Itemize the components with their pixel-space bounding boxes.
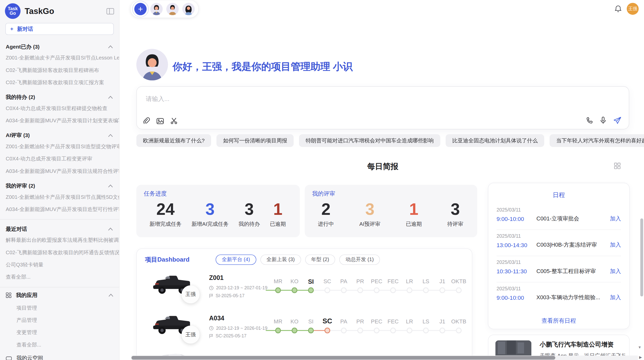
suggestion-chip[interactable]: 欧洲新规最近颁布了什么? (136, 134, 211, 147)
milestone-dot (440, 287, 445, 293)
suggestion-chip[interactable]: 特朗普可能对进口汽车增税会对中国车企造成哪些影响 (299, 134, 440, 147)
clock-icon (209, 326, 214, 330)
send-icon[interactable] (613, 117, 621, 125)
dashboard-title: 项目Dashboard (145, 256, 216, 264)
image-upload-icon[interactable] (156, 118, 164, 124)
section-my-review[interactable]: 我的评审 (2) (0, 177, 119, 191)
assistant-avatar (136, 49, 168, 80)
view-all-schedule-link[interactable]: 查看所有日程 (488, 317, 629, 325)
metric-value: 24 (150, 198, 182, 220)
milestone-dot (374, 328, 379, 334)
section-my-todo[interactable]: 我的待办 (2) (0, 89, 119, 102)
filter-model-year[interactable]: 年型 (2) (305, 254, 335, 265)
conversation-item[interactable]: A034-全新新能源MUV产品开发项目计划变更表编写 (0, 115, 119, 127)
suggestion-chip[interactable]: 比亚迪全固态电池计划具体说了什么 (446, 134, 544, 147)
section-ai-review[interactable]: AI评审 (3) (0, 127, 119, 140)
milestone-label: SI (303, 319, 319, 325)
chat-input[interactable] (145, 95, 598, 103)
milestone-label: LS (418, 278, 434, 284)
milestone-dot (374, 287, 379, 293)
avatar[interactable] (182, 3, 195, 15)
vertical-scrollbar-thumb[interactable] (640, 218, 643, 296)
filter-powertrain[interactable]: 动总开发 (1) (339, 254, 380, 265)
metric-value: 3 (239, 198, 260, 220)
schedule-item: 2025/03/11 9:00-10:00 C001-立项审批会 加入 (496, 207, 621, 222)
join-button[interactable]: 加入 (610, 242, 621, 249)
conversation-item[interactable]: A034-全新新能源MUV产品开发项目造型可行性评审 (0, 203, 119, 215)
cloud-icon (6, 355, 12, 360)
conversation-item[interactable]: C02-飞腾新能源轻客改款项目的闭环通告反馈情况 (0, 246, 119, 259)
filter-new-platform[interactable]: 全新平台 (4) (216, 254, 256, 265)
sidebar-item-project-mgmt[interactable]: 项目管理 (0, 302, 119, 314)
divider (496, 282, 621, 282)
suggestion-chip[interactable]: 如何写一份清晰的项目周报 (216, 134, 294, 147)
section-agent-done[interactable]: Agent已办 (3) (0, 38, 119, 52)
chevron-up-icon (108, 294, 113, 297)
app-title: TaskGo (25, 6, 102, 16)
schedule-card: 日程 2025/03/11 9:00-10:00 C001-立项审批会 加入 2… (488, 183, 630, 329)
milestone-dot-done (308, 287, 314, 293)
sidebar-item-change-mgmt[interactable]: 变更管理 (0, 326, 119, 339)
conversation-item[interactable]: C02-飞腾新能源轻客改款项目立项汇报方案 (0, 76, 119, 88)
phone-icon[interactable] (586, 117, 593, 124)
attachment-icon[interactable] (143, 117, 150, 124)
metric-in-progress: 2 进行中 (318, 198, 334, 228)
conversation-item[interactable]: Z001-全新燃油皮卡产品开发项目SI节点Lesson Learn报告 (0, 52, 119, 64)
conversation-item[interactable]: Z001-全新燃油轻卡产品开发项目SI造型提交物评审 (0, 140, 119, 153)
join-button[interactable]: 加入 (610, 268, 621, 275)
sidebar-item-cloud-space[interactable]: 我的云空间 (0, 351, 119, 360)
sidebar-item-my-apps[interactable]: 我的应用 (0, 288, 119, 302)
plus-icon: + (10, 26, 13, 32)
scroll-right-arrow-icon[interactable]: ▶ (639, 355, 642, 359)
project-dates: 2023-12-19 ~ 2027-01-19 (209, 285, 267, 290)
conversation-item[interactable]: 解释最新出台的欧盟报废车法规再生塑料比例被调至15%... (0, 234, 119, 246)
conversation-item[interactable]: A034-全新新能源MUV产品开发项目法规符合性评审 (0, 165, 119, 177)
view-all-conversations[interactable]: 查看全部... (0, 271, 119, 283)
milestone-label: FEC (385, 278, 401, 284)
layout-grid-icon[interactable] (614, 162, 621, 169)
logo-line2: Go (10, 11, 16, 16)
my-apps-label: 我的应用 (16, 292, 37, 299)
scissors-icon[interactable] (170, 117, 177, 124)
conversation-item[interactable]: Z001-全新燃油轻卡产品开发项目SI节点属性5D文件评审 (0, 191, 119, 203)
project-owner-badge: 王强 (182, 326, 200, 344)
notification-bell-icon[interactable] (614, 5, 622, 13)
chevron-up-icon (108, 134, 113, 137)
schedule-time: 10:30-11:30 (496, 268, 536, 275)
chevron-up-icon (108, 184, 113, 188)
conversation-item[interactable]: C0X4-动力总成开发项目SI里程碑提交物检查 (0, 102, 119, 114)
schedule-event-title: C005-整车工程目标评审 (536, 268, 610, 275)
conversation-item[interactable]: 公司Q3轻卡销量 (0, 259, 119, 271)
milestone-label-current: SC (319, 317, 336, 325)
project-row[interactable]: 王强 Z001 2023-12-19 ~ 2027-01-19 SI-2025-… (137, 268, 472, 309)
suggestion-chip[interactable]: 当下年轻人对汽车外观有怎样的喜好趋势 (550, 134, 644, 147)
milestone-dot (456, 287, 462, 293)
new-chat-button[interactable]: + 新对话 (5, 23, 114, 35)
milestone-track: MR KO SI SC PA PR PEC FEC LR LS J1 OKTB (270, 278, 467, 303)
add-session-button[interactable]: + (134, 3, 147, 15)
join-button[interactable]: 加入 (610, 294, 621, 301)
avatar[interactable] (166, 3, 179, 15)
metric-label: 已逾期 (406, 220, 422, 228)
join-button[interactable]: 加入 (610, 215, 621, 222)
microphone-icon[interactable] (600, 117, 606, 125)
sidebar-item-product-mgmt[interactable]: 产品管理 (0, 314, 119, 326)
milestone-track: MR KO SI SC PA PR PEC FEC LR LS J1 OKTB (270, 319, 467, 343)
filter-new-body[interactable]: 全新上装 (3) (260, 254, 301, 265)
view-all-apps[interactable]: 查看全部... (0, 339, 119, 351)
section-recent-chats[interactable]: 最近对话 (0, 220, 119, 234)
clock-icon (209, 286, 214, 290)
milestone-dot (423, 287, 429, 293)
collapse-sidebar-icon[interactable] (106, 8, 114, 14)
conversation-item[interactable]: C02-飞腾新能源轻客改款项目里程碑画布 (0, 64, 119, 76)
conversation-item[interactable]: C0X4-动力总成开发项目工程变更评审 (0, 153, 119, 165)
milestone-label: LR (401, 278, 418, 284)
scroll-down-arrow-icon[interactable]: ▼ (638, 345, 641, 349)
schedule-time: 13:00-14:30 (496, 242, 536, 248)
horizontal-scrollbar-thumb[interactable] (131, 356, 555, 360)
project-row[interactable]: 王强 A034 2023-12-19 ~ 2026-01-19 SC-2025-… (137, 309, 472, 349)
greeting-text: 你好，王强，我是你的项目管理助理 小识 (172, 60, 353, 73)
user-avatar-badge[interactable]: 王强 (627, 3, 639, 15)
milestone-dot-done (292, 287, 298, 293)
avatar[interactable] (150, 3, 163, 15)
